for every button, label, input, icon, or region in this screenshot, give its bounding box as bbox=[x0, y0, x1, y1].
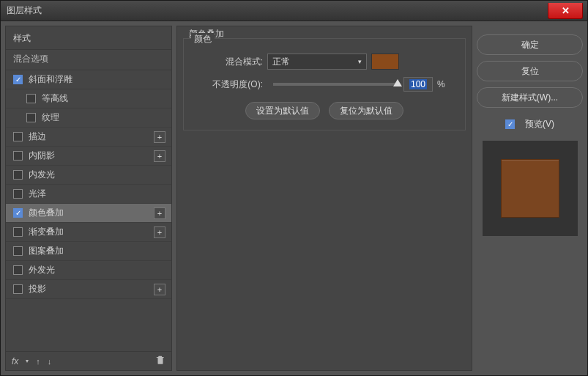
move-down-icon[interactable]: ↓ bbox=[48, 357, 52, 366]
color-swatch[interactable] bbox=[371, 54, 399, 70]
add-effect-icon[interactable]: + bbox=[154, 150, 165, 162]
titlebar[interactable]: 图层样式 ✕ bbox=[1, 1, 587, 21]
move-up-icon[interactable]: ↑ bbox=[36, 357, 40, 366]
effect-item[interactable]: 投影+ bbox=[6, 280, 171, 299]
trash-icon[interactable] bbox=[155, 355, 165, 367]
blend-options-row[interactable]: 混合选项 bbox=[6, 49, 171, 70]
effect-checkbox[interactable] bbox=[13, 151, 23, 161]
effect-label: 斜面和浮雕 bbox=[29, 73, 72, 86]
effect-checkbox[interactable]: ✓ bbox=[13, 75, 23, 84]
reset-default-button[interactable]: 复位为默认值 bbox=[329, 102, 403, 119]
opacity-suffix: % bbox=[437, 79, 445, 89]
default-buttons-row: 设置为默认值 复位为默认值 bbox=[194, 102, 455, 119]
effect-label: 图案叠加 bbox=[29, 245, 64, 257]
add-effect-icon[interactable]: + bbox=[154, 131, 165, 143]
effect-checkbox[interactable] bbox=[13, 284, 23, 294]
opacity-input[interactable]: 100 bbox=[403, 77, 433, 92]
effect-item[interactable]: 内阴影+ bbox=[6, 147, 171, 166]
effect-checkbox[interactable] bbox=[13, 189, 23, 199]
effect-item[interactable]: 纹理 bbox=[6, 108, 171, 128]
color-group: 颜色 混合模式: 正常 ▾ 不透明度(O): 100 % bbox=[183, 38, 466, 130]
close-button[interactable]: ✕ bbox=[548, 3, 583, 19]
preview-checkbox[interactable]: ✓ bbox=[505, 119, 515, 129]
preview-swatch bbox=[501, 159, 559, 218]
effect-label: 等高线 bbox=[42, 92, 68, 105]
effect-label: 投影 bbox=[29, 283, 46, 295]
effect-checkbox[interactable] bbox=[26, 113, 36, 122]
ok-button[interactable]: 确定 bbox=[477, 34, 583, 55]
effects-list: ✓斜面和浮雕等高线纹理描边+内阴影+内发光光泽✓颜色叠加+渐变叠加+图案叠加外发… bbox=[6, 70, 171, 351]
color-group-title: 颜色 bbox=[191, 33, 215, 45]
add-effect-icon[interactable]: + bbox=[154, 284, 165, 295]
effect-item[interactable]: 光泽 bbox=[6, 185, 171, 204]
blend-mode-value: 正常 bbox=[272, 56, 290, 68]
right-buttons: 确定 复位 新建样式(W)... ✓ 预览(V) bbox=[477, 26, 583, 371]
effect-label: 颜色叠加 bbox=[29, 207, 64, 219]
preview-box bbox=[483, 141, 578, 236]
effect-item[interactable]: ✓颜色叠加+ bbox=[6, 204, 171, 223]
window-title: 图层样式 bbox=[1, 4, 42, 17]
preview-toggle[interactable]: ✓ 预览(V) bbox=[477, 118, 583, 130]
effect-item[interactable]: 内发光 bbox=[6, 166, 171, 185]
effect-checkbox[interactable] bbox=[13, 227, 23, 237]
effect-checkbox[interactable] bbox=[26, 94, 36, 103]
preview-label: 预览(V) bbox=[525, 118, 554, 130]
effect-item[interactable]: 等高线 bbox=[6, 89, 171, 108]
styles-panel: 样式 混合选项 ✓斜面和浮雕等高线纹理描边+内阴影+内发光光泽✓颜色叠加+渐变叠… bbox=[5, 26, 172, 371]
effect-label: 外发光 bbox=[29, 264, 55, 276]
effect-checkbox[interactable] bbox=[13, 170, 23, 180]
dialog-body: 样式 混合选项 ✓斜面和浮雕等高线纹理描边+内阴影+内发光光泽✓颜色叠加+渐变叠… bbox=[5, 26, 583, 371]
new-style-button[interactable]: 新建样式(W)... bbox=[477, 87, 583, 108]
effect-checkbox[interactable] bbox=[13, 265, 23, 275]
effect-checkbox[interactable]: ✓ bbox=[13, 208, 23, 218]
add-effect-icon[interactable]: + bbox=[154, 226, 165, 238]
effect-item[interactable]: 外发光 bbox=[6, 261, 171, 280]
cancel-button[interactable]: 复位 bbox=[477, 61, 583, 81]
opacity-slider[interactable] bbox=[273, 83, 398, 86]
effect-item[interactable]: ✓斜面和浮雕 bbox=[6, 70, 171, 89]
effect-item[interactable]: 图案叠加 bbox=[6, 242, 171, 261]
effect-label: 内阴影 bbox=[29, 150, 55, 162]
styles-header: 样式 bbox=[6, 26, 171, 49]
effect-item[interactable]: 渐变叠加+ bbox=[6, 223, 171, 242]
blend-mode-row: 混合模式: 正常 ▾ bbox=[194, 54, 455, 70]
fx-menu-icon[interactable]: fx bbox=[12, 356, 18, 366]
opacity-row: 不透明度(O): 100 % bbox=[194, 77, 455, 92]
add-effect-icon[interactable]: + bbox=[154, 207, 165, 219]
blend-mode-label: 混合模式: bbox=[194, 56, 267, 68]
settings-panel: 颜色叠加 颜色 混合模式: 正常 ▾ 不透明度(O): 100 bbox=[176, 26, 472, 371]
effect-label: 描边 bbox=[29, 130, 46, 143]
effect-item[interactable]: 描边+ bbox=[6, 128, 171, 147]
effect-label: 光泽 bbox=[29, 188, 46, 200]
effect-label: 渐变叠加 bbox=[29, 226, 64, 238]
opacity-slider-thumb[interactable] bbox=[393, 79, 402, 86]
opacity-label: 不透明度(O): bbox=[194, 78, 267, 91]
effect-label: 纹理 bbox=[42, 111, 59, 124]
chevron-down-icon: ▾ bbox=[358, 58, 362, 65]
effect-label: 内发光 bbox=[29, 169, 55, 181]
effect-checkbox[interactable] bbox=[13, 246, 23, 256]
layer-style-dialog: 图层样式 ✕ 样式 混合选项 ✓斜面和浮雕等高线纹理描边+内阴影+内发光光泽✓颜… bbox=[0, 0, 588, 376]
blend-mode-select[interactable]: 正常 ▾ bbox=[267, 54, 367, 70]
fx-menu-caret[interactable]: ▾ bbox=[26, 358, 29, 364]
make-default-button[interactable]: 设置为默认值 bbox=[245, 102, 320, 119]
effect-checkbox[interactable] bbox=[13, 132, 23, 141]
styles-footer: fx ▾ ↑ ↓ bbox=[6, 351, 171, 370]
